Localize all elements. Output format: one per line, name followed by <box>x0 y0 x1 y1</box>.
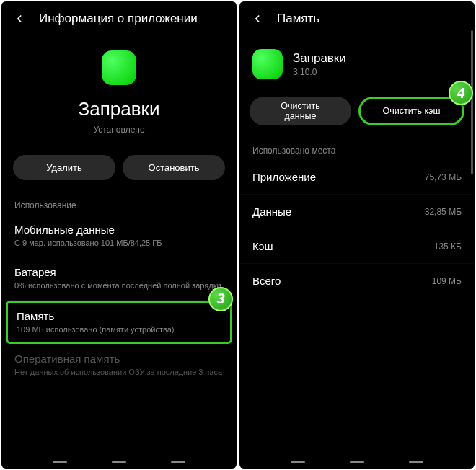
row-label: Приложение <box>252 171 316 183</box>
storage-section-label: Использовано места <box>239 136 475 160</box>
nav-back-icon[interactable] <box>409 461 423 463</box>
stop-button[interactable]: Остановить <box>123 155 225 180</box>
row-value: 135 КБ <box>434 241 462 252</box>
back-icon[interactable] <box>13 12 27 26</box>
clear-data-button[interactable]: Очиститьданные <box>250 97 351 125</box>
storage-data-row: Данные 32,85 МБ <box>239 195 475 229</box>
screen-memory: Память Заправки 3.10.0 4 Очиститьданные … <box>239 1 475 469</box>
back-icon[interactable] <box>251 12 265 26</box>
app-row: Заправки 3.10.0 <box>239 36 475 87</box>
step-badge-4: 4 <box>449 81 473 105</box>
page-title: Память <box>277 12 319 26</box>
storage-total-row: Всего 109 МБ <box>239 264 475 298</box>
nav-bar <box>239 461 475 463</box>
item-sub: 109 МБ использовано (памяти устройства) <box>17 324 221 334</box>
row-label: Данные <box>252 205 291 218</box>
row-label: Кэш <box>252 240 273 252</box>
clear-buttons: 4 Очиститьданные Очистить кэш <box>239 87 475 136</box>
nav-recent-icon[interactable] <box>291 461 305 463</box>
item-title: Память <box>17 310 221 322</box>
nav-home-icon[interactable] <box>350 461 364 463</box>
mobile-data-item[interactable]: Мобильные данные С 9 мар. использовано 1… <box>1 215 237 257</box>
memory-item[interactable]: 3 Память 109 МБ использовано (памяти уст… <box>6 301 232 344</box>
nav-home-icon[interactable] <box>112 461 126 463</box>
row-label: Всего <box>252 275 281 287</box>
uninstall-button[interactable]: Удалить <box>13 155 115 180</box>
item-sub: С 9 мар. использовано 101 МБ/84,25 ГБ <box>14 238 224 248</box>
app-name: Заправки <box>293 51 346 66</box>
usage-section-label: Использование <box>1 190 237 215</box>
battery-item[interactable]: Батарея 0% использовано с момента послед… <box>1 257 237 300</box>
app-status: Установлено <box>93 125 144 135</box>
app-header: Заправки Установлено <box>1 36 237 145</box>
item-title: Батарея <box>14 266 224 278</box>
item-sub: 0% использовано с момента последней полн… <box>14 280 224 291</box>
app-version: 3.10.0 <box>293 67 346 77</box>
app-icon <box>102 50 136 85</box>
screen-app-info: Информация о приложении Заправки Установ… <box>1 1 237 469</box>
item-title: Мобильные данные <box>14 223 224 236</box>
app-name: Заправки <box>79 98 160 120</box>
item-sub: Нет данных об использовании ОЗУ за после… <box>14 367 224 377</box>
app-icon <box>252 49 283 79</box>
item-title: Оперативная память <box>14 352 224 365</box>
header: Память <box>239 1 475 36</box>
row-value: 32,85 МБ <box>425 207 462 217</box>
row-value: 109 МБ <box>432 276 462 286</box>
step-badge-3: 3 <box>208 287 233 311</box>
header: Информация о приложении <box>1 1 237 36</box>
row-value: 75,73 МБ <box>425 172 462 182</box>
nav-recent-icon[interactable] <box>53 461 67 463</box>
button-label: Очистить кэш <box>383 106 441 116</box>
storage-cache-row: Кэш 135 КБ <box>239 229 475 264</box>
clear-cache-button[interactable]: Очистить кэш <box>358 97 464 125</box>
button-label: Очиститьданные <box>281 101 319 122</box>
page-title: Информация о приложении <box>39 12 198 26</box>
nav-back-icon[interactable] <box>171 461 185 463</box>
ram-item[interactable]: Оперативная память Нет данных об использ… <box>1 344 237 386</box>
nav-bar <box>1 461 237 463</box>
storage-app-row: Приложение 75,73 МБ <box>239 160 475 195</box>
action-buttons: Удалить Остановить <box>1 145 237 190</box>
